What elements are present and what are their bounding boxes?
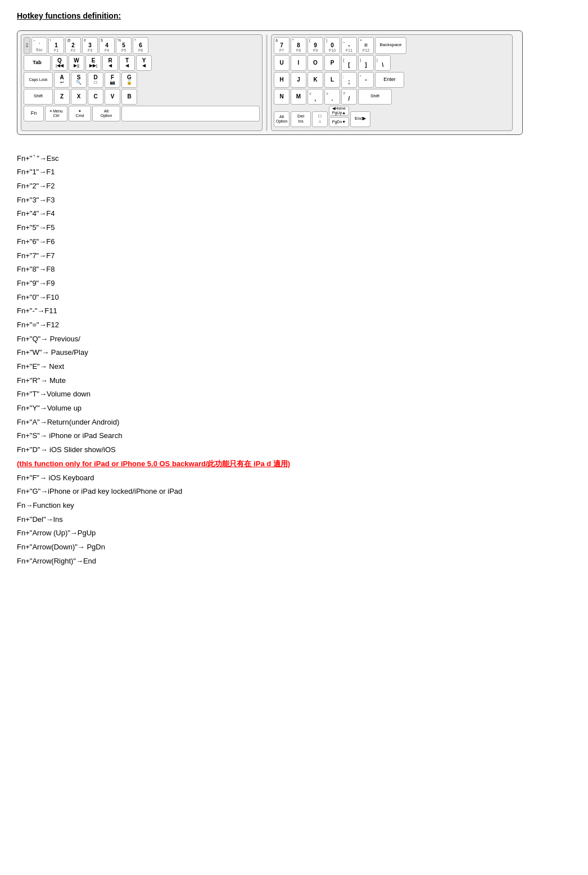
key-row-r2: U I O P {[ }] |\	[274, 55, 510, 71]
hotkey-item-f5: Fn+"5"→F5	[17, 221, 571, 235]
hotkey-item-ins: Fn+"Del"→Ins	[17, 513, 571, 527]
key-semicolon: :;	[341, 72, 357, 88]
key-c: C	[88, 89, 103, 105]
hotkey-item-pgdn: Fn+"Arrow(Down)"→ PgDn	[17, 540, 571, 554]
keyboard-left: F8 ~`Esc !1F1 @2F2 #3F3 $4F4 %5F5 ^6F6 T…	[21, 34, 263, 131]
key-open-bracket: {[	[341, 55, 357, 71]
hotkey-item-pause: Fn+"W"→ Pause/Play	[17, 346, 571, 360]
key-z: Z	[54, 89, 70, 105]
key-ctrl: ≡ Menu Ctrl	[45, 106, 67, 121]
key-row-4: Shift Z X C V B	[24, 89, 260, 105]
key-h: H	[274, 72, 290, 88]
key-y: Y◀	[136, 55, 152, 71]
key-7: &7F7	[274, 37, 290, 54]
key-b: B	[121, 89, 137, 105]
key-t: T◀	[119, 55, 135, 71]
key-9: (9F9	[307, 37, 323, 54]
hotkey-item-f3: Fn+"3"→F3	[17, 193, 571, 208]
key-period: >.	[324, 89, 340, 105]
key-quote: "'	[358, 72, 374, 88]
key-o: O	[307, 55, 323, 71]
key-comma: <,	[307, 89, 323, 105]
key-m: M	[291, 89, 306, 105]
key-pgdn: PgDn▼	[329, 117, 349, 127]
key-r: R◀	[102, 55, 118, 71]
key-q: Q|◀◀	[52, 55, 67, 71]
keyboard-separator	[266, 34, 268, 131]
key-tilde: ~`Esc	[31, 37, 47, 54]
key-row-1: F8 ~`Esc !1F1 @2F2 #3F3 $4F4 %5F5 ^6F6	[24, 37, 260, 54]
key-k: K	[307, 72, 323, 88]
key-0: )0F10	[324, 37, 340, 54]
key-i: I	[291, 55, 306, 71]
hotkey-item-f6: Fn+"6"→F6	[17, 235, 571, 249]
key-backspace: Backspace	[375, 37, 406, 54]
hotkey-list: Fn+"`"→Esc Fn+"1"→F1 Fn+"2"→F2 Fn+"3"→F3…	[17, 152, 571, 569]
hotkey-item-f8: Fn+"8"→F8	[17, 263, 571, 277]
key-w: W▶||	[69, 55, 84, 71]
key-backslash: |\	[375, 55, 391, 71]
key-del: Del Ins	[291, 111, 311, 127]
key-x: X	[71, 89, 87, 105]
key-3: #3F3	[82, 37, 98, 54]
hotkey-item-next: Fn+"E"→ Next	[17, 360, 571, 374]
hotkey-item-ios-note: (this function only for iPad or iPhone 5…	[17, 457, 571, 471]
hotkey-item-voldown: Fn+"T"→Volume down	[17, 387, 571, 402]
key-d: D□	[88, 72, 103, 88]
page-title: Hotkey functions definition:	[17, 11, 571, 20]
key-close-bracket: }]	[358, 55, 374, 71]
key-equals: +=F12	[358, 37, 374, 54]
key-end: End▶	[350, 111, 370, 127]
hotkey-item-key-lock: Fn+"G"→iPhone or iPad key locked/iPhone …	[17, 485, 571, 499]
key-row-r4: N M <, >. ?/ Shift	[274, 89, 510, 105]
key-4: $4F4	[99, 37, 115, 54]
key-g: G🔒	[121, 72, 137, 88]
key-vertical-label: F8	[24, 37, 30, 54]
hotkey-item-f4: Fn+"4"→F4	[17, 207, 571, 221]
key-f: F📷	[105, 72, 120, 88]
key-minus: _-F11	[341, 37, 357, 54]
key-e: E▶▶|	[85, 55, 101, 71]
hotkey-item-f7: Fn+"7"→F7	[17, 249, 571, 263]
key-a: A↩	[54, 72, 70, 88]
key-l: L	[324, 72, 340, 88]
key-6: ^6F6	[133, 37, 148, 54]
key-row-5: Fn ≡ Menu Ctrl ✦ Cmd Alt Option	[24, 106, 260, 121]
key-shift-left: Shift	[24, 89, 53, 105]
hotkey-item-mute: Fn+"R"→ Mute	[17, 374, 571, 388]
key-enter: Enter	[375, 72, 404, 88]
key-v: V	[105, 89, 120, 105]
key-slash: ?/	[341, 89, 357, 105]
key-j: J	[291, 72, 306, 88]
key-fn: Fn	[24, 106, 44, 121]
key-shift-right: Shift	[358, 89, 392, 105]
key-row-2: Tab Q|◀◀ W▶|| E▶▶| R◀ T◀ Y◀	[24, 55, 260, 71]
key-row-r5: Alt Option Del Ins □ ⌂ ◀Home PgUp▲ PgDn▼	[274, 106, 510, 127]
hotkey-item-f2: Fn+"2"→F2	[17, 179, 571, 193]
key-row-3: Caps Lock A↩ S🔍 D□ F📷 G🔒	[24, 72, 260, 88]
hotkey-item-pgup: Fn+"Arrow (Up)"→PgUp	[17, 526, 571, 540]
key-cmd: ✦ Cmd	[69, 106, 91, 121]
hotkey-item-f1: Fn+"1"→F1	[17, 165, 571, 179]
key-n: N	[274, 89, 290, 105]
key-u: U	[274, 55, 290, 71]
hotkey-item-f11: Fn+"-"→F11	[17, 304, 571, 318]
keyboard-right: &7F7 *8F8 (9F9 )0F10 _-F11 +=F12 Backspa…	[271, 34, 513, 131]
key-alt-option-right: Alt Option	[274, 111, 290, 127]
key-s: S🔍	[71, 72, 87, 88]
key-8: *8F8	[291, 37, 306, 54]
hotkey-item-volup: Fn+"Y"→Volume up	[17, 402, 571, 416]
hotkey-item-fn-key: Fn→Function key	[17, 499, 571, 513]
hotkey-item-ios-slider: Fn+"D"→ iOS Slider show/iOS	[17, 443, 571, 457]
hotkey-item-esc: Fn+"`"→Esc	[17, 152, 571, 166]
hotkey-item-ios-keyboard: Fn+"F"→ iOS Keyboard	[17, 471, 571, 485]
key-2: @2F2	[65, 37, 81, 54]
hotkey-item-f12: Fn+"="→F12	[17, 318, 571, 332]
hotkey-item-f10: Fn+"0"→F10	[17, 291, 571, 305]
key-row-r1: &7F7 *8F8 (9F9 )0F10 _-F11 +=F12 Backspa…	[274, 37, 510, 54]
key-5: %5F5	[116, 37, 132, 54]
hotkey-item-ipad-search: Fn+"S"→ iPhone or iPad Search	[17, 429, 571, 443]
key-row-r3: H J K L :; "' Enter	[274, 72, 510, 88]
key-alt-option-left: Alt Option	[92, 106, 120, 121]
hotkey-item-android-return: Fn+"A"→Return(under Android)	[17, 416, 571, 430]
